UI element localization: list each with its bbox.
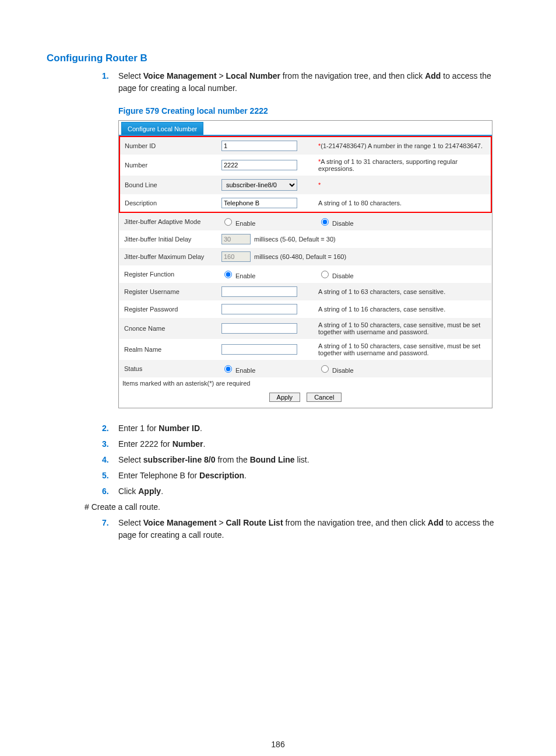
row-reg-user: Register Username A string of 1 to 63 ch…: [119, 283, 491, 300]
step-number: 3.: [102, 438, 118, 450]
input-cnonce[interactable]: [221, 323, 297, 334]
text: Select: [118, 71, 143, 80]
bold-text: Local Number: [226, 71, 280, 80]
asterisk-icon: *: [318, 181, 321, 188]
label-description: Description: [119, 194, 217, 212]
row-realm: Realm Name A string of 1 to 50 character…: [119, 339, 491, 360]
bold-text: Add: [428, 518, 444, 527]
input-reg-pass[interactable]: [221, 304, 297, 314]
text: .: [200, 424, 202, 433]
row-number: Number *A string of 1 to 31 characters, …: [119, 155, 491, 176]
step-1: 1. Select Voice Management > Local Numbe…: [102, 70, 509, 94]
radio-status-disable[interactable]: [321, 365, 329, 373]
text: Enter Telephone B for: [118, 471, 199, 480]
bold-text: Description: [199, 471, 244, 480]
row-bound-line: Bound Line subscriber-line8/0 *: [119, 176, 491, 194]
step-text: Select Voice Management > Local Number f…: [118, 70, 509, 94]
step-text: Select subscriber-line 8/0 from the Boun…: [118, 454, 509, 466]
step-text: Enter 1 for Number ID.: [118, 422, 509, 435]
step-2: 2. Enter 1 for Number ID.: [102, 422, 509, 435]
row-jb-max: Jitter-buffer Maximum Delay millisecs (6…: [119, 248, 491, 265]
bold-text: Call Route List: [226, 518, 283, 527]
radio-jb-enable[interactable]: [224, 218, 232, 226]
steps-list-continued-2: 7. Select Voice Management > Call Route …: [102, 517, 509, 541]
required-note: Items marked with an asterisk(*) are req…: [119, 377, 492, 389]
text: from the navigation tree, and then click: [283, 518, 428, 527]
suffix-jb-initial: millisecs (5-60, Default = 30): [254, 236, 336, 243]
radio-label-disable: Disable: [332, 367, 354, 374]
label-status: Status: [119, 360, 217, 377]
radio-status-enable[interactable]: [224, 365, 232, 373]
text: from the navigation tree, and then click: [280, 71, 425, 80]
select-bound-line[interactable]: subscriber-line8/0: [221, 179, 297, 191]
radio-label-enable: Enable: [235, 220, 255, 227]
label-reg-pass: Register Password: [119, 300, 217, 318]
row-reg-func: Register Function Enable Disable: [119, 265, 491, 283]
step-text: Select Voice Management > Call Route Lis…: [118, 517, 509, 541]
steps-list: 1. Select Voice Management > Local Numbe…: [102, 70, 509, 94]
bold-text: subscriber-line 8/0: [143, 455, 216, 464]
text: .: [203, 439, 206, 449]
label-jb-max: Jitter-buffer Maximum Delay: [119, 248, 217, 265]
row-status: Status Enable Disable: [119, 360, 491, 377]
label-cnonce: Cnonce Name: [119, 318, 217, 339]
text: Select: [118, 518, 143, 527]
input-realm[interactable]: [221, 344, 297, 355]
bold-text: Voice Management: [143, 71, 217, 80]
radio-reg-disable[interactable]: [321, 271, 329, 278]
figure-caption: Figure 579 Creating local number 2222: [118, 106, 509, 116]
step-number: 7.: [102, 517, 118, 541]
text: .: [161, 487, 163, 496]
text: Click: [118, 487, 138, 496]
radio-jb-disable[interactable]: [321, 218, 329, 226]
radio-label-enable: Enable: [235, 272, 255, 279]
text: >: [217, 71, 226, 80]
label-number: Number: [119, 155, 217, 176]
input-jb-max: [221, 251, 251, 262]
step-3: 3. Enter 2222 for Number.: [102, 438, 509, 450]
input-number[interactable]: [221, 160, 297, 170]
text: >: [217, 518, 226, 527]
button-row: Apply Cancel: [119, 389, 492, 408]
input-description[interactable]: [221, 198, 297, 208]
bold-text: Voice Management: [143, 518, 217, 527]
step-7: 7. Select Voice Management > Call Route …: [102, 517, 509, 541]
form-table: Number ID *(1-2147483647) A number in th…: [119, 136, 492, 377]
radio-reg-enable[interactable]: [224, 271, 232, 278]
screenshot-configure-local-number: Configure Local Number Number ID *(1-214…: [118, 120, 492, 408]
row-number-id: Number ID *(1-2147483647) A number in th…: [119, 136, 491, 155]
step-6: 6. Click Apply.: [102, 485, 509, 498]
step-number: 6.: [102, 485, 118, 498]
row-jb-initial: Jitter-buffer Initial Delay millisecs (5…: [119, 230, 491, 248]
step-number: 4.: [102, 454, 118, 466]
radio-label-enable: Enable: [235, 367, 255, 374]
cancel-button[interactable]: Cancel: [307, 393, 342, 402]
radio-label-disable: Disable: [332, 220, 354, 227]
bold-text: Number: [173, 439, 203, 449]
text: .: [244, 471, 247, 480]
input-number-id[interactable]: [221, 141, 297, 151]
hint-number: A string of 1 to 31 characters, supporti…: [318, 158, 458, 172]
bold-text: Add: [425, 71, 441, 80]
bold-text: Bound Line: [250, 455, 295, 464]
radio-label-disable: Disable: [332, 272, 354, 279]
label-jb-initial: Jitter-buffer Initial Delay: [119, 230, 217, 248]
row-cnonce: Cnonce Name A string of 1 to 50 characte…: [119, 318, 491, 339]
label-reg-user: Register Username: [119, 283, 217, 300]
apply-button[interactable]: Apply: [269, 393, 301, 402]
tab-configure-local-number[interactable]: Configure Local Number: [121, 122, 203, 135]
section-heading: Configuring Router B: [47, 52, 509, 64]
hint-number-id: (1-2147483647) A number in the range 1 t…: [321, 142, 483, 149]
label-realm: Realm Name: [119, 339, 217, 360]
input-reg-user[interactable]: [221, 286, 297, 297]
page-number: 186: [47, 740, 509, 749]
input-jb-initial: [221, 234, 251, 244]
hint-reg-user: A string of 1 to 63 characters, case sen…: [314, 283, 491, 300]
label-bound-line: Bound Line: [119, 176, 217, 194]
step-text: Click Apply.: [118, 485, 509, 498]
step-text: Enter Telephone B for Description.: [118, 470, 509, 482]
step-number: 5.: [102, 470, 118, 482]
step-5: 5. Enter Telephone B for Description.: [102, 470, 509, 482]
hint-realm: A string of 1 to 50 characters, case sen…: [314, 339, 491, 360]
suffix-jb-max: millisecs (60-480, Default = 160): [254, 253, 346, 260]
